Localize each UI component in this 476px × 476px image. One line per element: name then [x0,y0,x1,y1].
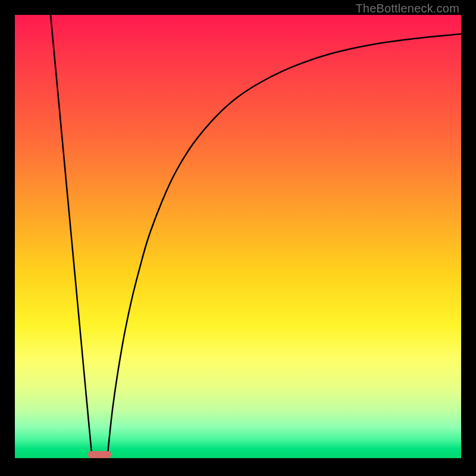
optimum-marker [88,451,112,458]
chart-stage: TheBottleneck.com [0,0,476,476]
right-curve [107,34,461,458]
curve-layer [15,15,461,458]
plot-area [15,15,461,458]
left-line [51,15,92,458]
watermark-text: TheBottleneck.com [355,2,459,15]
